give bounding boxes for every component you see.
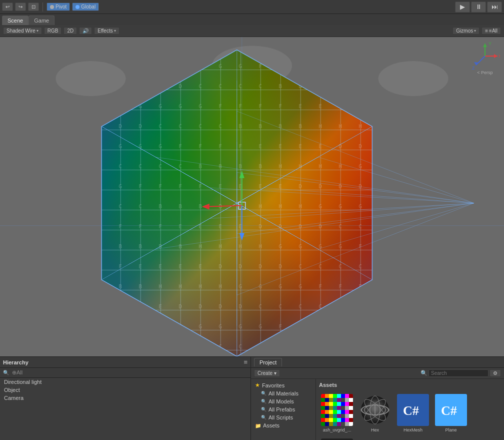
tab-project[interactable]: Project: [254, 358, 282, 366]
create-button[interactable]: Create ▾: [254, 369, 280, 377]
all-scripts-item[interactable]: 🔍 All Scripts: [251, 413, 316, 421]
tab-game[interactable]: Game: [28, 16, 54, 25]
play-button[interactable]: ▶: [455, 2, 470, 13]
hierarchy-title: Hierarchy: [3, 359, 28, 365]
asset-item[interactable]: Plane: [433, 392, 469, 434]
asset-item[interactable]: ash_uvgrid_...: [319, 392, 355, 434]
separator: [42, 3, 43, 12]
all-layers-dropdown[interactable]: ≡ ≡All: [482, 27, 501, 35]
search-input[interactable]: [428, 369, 488, 377]
asset-thumbnail: [321, 394, 353, 426]
2d-label: 2D: [67, 28, 74, 34]
all-materials-label: All Materials: [268, 390, 298, 396]
all-scripts-label: All Scripts: [268, 414, 293, 420]
asset-item[interactable]: HexMesh: [395, 392, 431, 434]
favorites-star-icon: ★: [255, 382, 260, 388]
global-dot: [76, 5, 80, 9]
pivot-dot: [50, 5, 54, 9]
undo-button[interactable]: ↩: [2, 3, 13, 11]
pivot-label: Pivot: [56, 4, 66, 10]
search-options-button[interactable]: ⚙: [490, 369, 501, 377]
asset-item[interactable]: Scene: [319, 436, 355, 440]
hierarchy-items: Directional light Object Camera: [0, 378, 250, 402]
all-materials-item[interactable]: 🔍 All Materials: [251, 389, 316, 397]
effects-label: Effects: [98, 28, 112, 34]
search-sm-icon2: 🔍: [261, 399, 266, 404]
shading-arrow: ▾: [36, 29, 38, 33]
all-layers-icon: ≡: [485, 28, 488, 34]
bottom-panel: Hierarchy ≡ 🔍 ⊕All Directional light Obj…: [0, 356, 504, 440]
asset-thumbnail: [397, 394, 429, 426]
gizmos-label: Gizmos: [456, 28, 473, 34]
rect-tool-button[interactable]: ⊡: [28, 3, 39, 11]
shading-label: Shaded Wire: [6, 28, 36, 34]
redo-button[interactable]: ↪: [15, 3, 26, 11]
global-label: Global: [81, 4, 96, 10]
step-button[interactable]: ⏭: [487, 2, 502, 13]
global-button[interactable]: Global: [72, 3, 99, 11]
channel-dropdown[interactable]: RGB: [44, 27, 62, 35]
all-models-item[interactable]: 🔍 All Models: [251, 397, 316, 405]
hierarchy-all-label: ⊕All: [12, 369, 22, 376]
tab-bar: Scene Game: [0, 14, 504, 25]
axis-gizmo: X Y Z < Persp: [470, 41, 500, 71]
project-header: Project: [251, 357, 504, 368]
gizmos-arrow: ▾: [474, 29, 476, 33]
svg-text:Z: Z: [472, 66, 475, 71]
search-icon: 🔍: [420, 370, 428, 376]
asset-label: ash_uvgrid_...: [323, 427, 352, 432]
favorites-folder[interactable]: ★ Favorites: [251, 381, 316, 389]
asset-label: Hex: [371, 427, 379, 432]
favorites-label: Favorites: [262, 382, 284, 388]
effects-arrow: ▾: [114, 29, 116, 33]
svg-marker-4: [483, 44, 487, 47]
2d-button[interactable]: 2D: [64, 27, 77, 35]
viewport[interactable]: X Y Z < Persp: [0, 37, 504, 356]
asset-item[interactable]: Hex: [357, 392, 393, 434]
play-controls: ▶ ⏸ ⏭: [455, 2, 502, 13]
project-search: 🔍 ⚙: [420, 369, 501, 377]
svg-text:X: X: [498, 54, 500, 59]
asset-thumbnail: [435, 394, 467, 426]
hierarchy-item[interactable]: Object: [0, 386, 250, 394]
gizmos-dropdown[interactable]: Gizmos ▾: [452, 27, 480, 35]
asset-thumbnail: [359, 394, 391, 426]
project-sidebar: ★ Favorites 🔍 All Materials 🔍 All Models…: [251, 379, 316, 440]
top-toolbar: ↩ ↪ ⊡ Pivot Global ▶ ⏸ ⏭: [0, 0, 504, 14]
effects-dropdown[interactable]: Effects ▾: [94, 27, 119, 35]
folder-icon: 📁: [255, 423, 261, 428]
channel-label: RGB: [48, 28, 58, 34]
hierarchy-collapse-icon[interactable]: ≡: [244, 358, 248, 366]
assets-heading: Assets: [319, 382, 501, 388]
all-prefabs-item[interactable]: 🔍 All Prefabs: [251, 405, 316, 413]
asset-label: HexMesh: [404, 427, 422, 432]
hierarchy-search: 🔍 ⊕All: [0, 368, 250, 378]
audio-button[interactable]: 🔊: [79, 27, 92, 35]
scene-toolbar: Shaded Wire ▾ RGB 2D 🔊 Effects ▾ Gizmos …: [0, 25, 504, 37]
assets-folder-label: Assets: [263, 422, 280, 428]
project-content: ★ Favorites 🔍 All Materials 🔍 All Models…: [251, 379, 504, 440]
search-sm-icon4: 🔍: [261, 415, 266, 420]
gizmos-right: Gizmos ▾ ≡ ≡All: [452, 27, 501, 35]
tab-scene[interactable]: Scene: [2, 16, 28, 25]
pivot-button[interactable]: Pivot: [46, 3, 70, 11]
project-toolbar: Create ▾ 🔍 ⚙: [251, 368, 504, 379]
pause-button[interactable]: ⏸: [471, 2, 486, 13]
all-models-label: All Models: [268, 398, 294, 404]
project-assets: Assets ash_uvgrid_...HexHexMeshPlaneScen…: [316, 379, 504, 440]
project-panel: Project Create ▾ 🔍 ⚙ ★ Favorites 🔍 All M…: [251, 357, 504, 440]
hierarchy-item[interactable]: Camera: [0, 394, 250, 402]
assets-folder[interactable]: 📁 Assets: [251, 421, 316, 429]
svg-marker-6: [474, 62, 479, 65]
all-layers-label: ≡All: [489, 28, 498, 34]
audio-icon: 🔊: [82, 28, 88, 34]
hierarchy-panel: Hierarchy ≡ 🔍 ⊕All Directional light Obj…: [0, 357, 251, 440]
search-sm-icon3: 🔍: [261, 407, 266, 412]
svg-text:Y: Y: [488, 41, 492, 46]
hierarchy-item[interactable]: Directional light: [0, 378, 250, 386]
search-sm-icon: 🔍: [261, 391, 266, 396]
shading-dropdown[interactable]: Shaded Wire ▾: [3, 27, 42, 35]
all-prefabs-label: All Prefabs: [268, 406, 295, 412]
hierarchy-header: Hierarchy ≡: [0, 357, 250, 368]
asset-label: Plane: [445, 427, 456, 432]
